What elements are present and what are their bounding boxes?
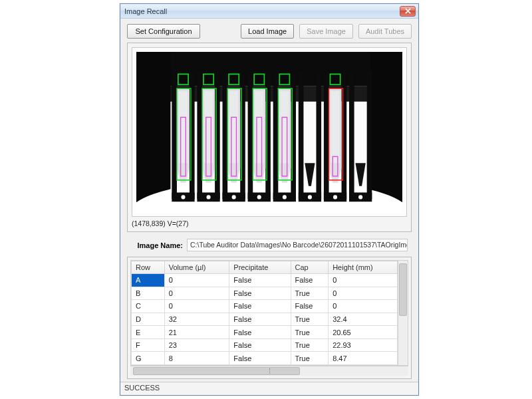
toolbar: Set Configuration Load Image Save Image … [127,24,412,39]
table-cell: 32.4 [329,313,398,326]
results-table-panel: RowVolume (µl)PrecipitateCapHeight (mm) … [127,257,412,379]
table-cell: 32 [164,313,229,326]
table-row[interactable]: C0FalseFalse0 [132,300,398,313]
svg-rect-35 [367,72,372,200]
audit-tubes-button: Audit Tubes [358,24,412,39]
column-header[interactable]: Precipitate [229,261,291,274]
tube-image [136,52,402,212]
table-cell: 20.65 [329,326,398,339]
results-table[interactable]: RowVolume (µl)PrecipitateCapHeight (mm) … [131,261,398,365]
titlebar[interactable]: Image Recall [120,4,418,19]
svg-rect-3 [136,52,170,212]
table-row[interactable]: F23FalseTrue22.93 [132,338,398,352]
table-row[interactable]: G8FalseTrue8.47 [132,352,398,365]
table-cell: 0 [164,274,229,287]
svg-point-37 [358,195,362,199]
svg-point-25 [283,195,287,199]
table-cell: True [291,352,329,365]
save-image-button: Save Image [299,24,353,39]
table-cell: 8.47 [329,352,398,365]
svg-point-33 [333,195,337,199]
table-cell: A [132,274,165,287]
svg-point-9 [181,195,185,199]
table-cell: 0 [329,274,398,287]
status-text: SUCCESS [124,384,160,392]
table-cell: 0 [329,300,398,313]
image-path-field[interactable]: C:\Tube Auditor Data\Images\No Barcode\2… [187,239,408,251]
svg-point-17 [232,195,236,199]
table-cell: G [132,352,165,365]
image-name-row: Image Name: C:\Tube Auditor Data\Images\… [131,239,408,251]
svg-rect-4 [370,52,402,212]
vertical-scroll-thumb[interactable] [399,263,407,316]
horizontal-scroll-thumb[interactable] [133,367,300,375]
table-cell: False [291,274,329,287]
column-header[interactable]: Height (mm) [329,261,398,274]
table-cell: 8 [164,352,229,365]
table-cell: 23 [164,338,229,352]
table-cell: False [229,352,291,365]
table-cell: E [132,326,165,339]
svg-point-13 [207,195,211,199]
column-header[interactable]: Row [132,261,165,274]
table-row[interactable]: A0FalseFalse0 [132,274,398,287]
table-cell: False [229,287,291,300]
svg-rect-40 [229,91,238,163]
svg-rect-39 [204,91,213,163]
table-cell: D [132,313,165,326]
table-cell: 0 [164,300,229,313]
cursor-readout: (1478,839) V=(27) [132,219,407,227]
svg-rect-18 [248,72,253,200]
set-configuration-button[interactable]: Set Configuration [127,24,200,39]
svg-rect-42 [280,91,289,163]
table-cell: F [132,338,165,352]
svg-rect-14 [223,72,228,200]
svg-rect-22 [273,72,279,200]
table-cell: False [229,313,291,326]
table-cell: False [291,300,329,313]
table-cell: True [291,338,329,352]
svg-point-21 [257,195,261,199]
table-cell: C [132,300,165,313]
svg-rect-34 [349,72,354,200]
close-icon [405,8,411,14]
table-cell: False [229,338,291,352]
load-image-button[interactable]: Load Image [241,24,294,39]
image-name-label: Image Name: [131,241,183,249]
column-header[interactable]: Volume (µl) [164,261,229,274]
svg-rect-26 [299,72,304,200]
svg-rect-6 [172,72,177,200]
svg-rect-27 [316,72,321,200]
image-viewport[interactable] [132,47,407,217]
table-row[interactable]: D32FalseTrue32.4 [132,313,398,326]
table-cell: 21 [164,326,229,339]
table-vertical-scrollbar[interactable] [398,261,408,365]
image-recall-window: Image Recall Set Configuration Load Imag… [120,3,419,396]
close-button[interactable] [400,6,416,17]
status-bar: SUCCESS [120,382,418,395]
table-cell: True [291,287,329,300]
table-cell: 0 [164,287,229,300]
image-panel: (1478,839) V=(27) [127,43,412,232]
table-cell: True [291,313,329,326]
svg-point-29 [308,195,312,199]
column-header[interactable]: Cap [291,261,329,274]
window-title: Image Recall [124,7,167,15]
scroll-tick-icon [269,368,270,374]
svg-rect-30 [324,72,329,200]
svg-rect-38 [179,91,188,163]
table-cell: True [291,326,329,339]
svg-rect-10 [197,72,202,200]
table-row[interactable]: E21FalseTrue20.65 [132,326,398,339]
svg-rect-43 [331,91,339,163]
table-row[interactable]: B0FalseTrue0 [132,287,398,300]
table-cell: False [229,326,291,339]
table-cell: False [229,300,291,313]
svg-rect-41 [255,91,263,163]
table-cell: False [229,274,291,287]
table-cell: 22.93 [329,338,398,352]
table-cell: 0 [329,287,398,300]
table-horizontal-scrollbar[interactable] [130,366,408,376]
table-cell: B [132,287,165,300]
